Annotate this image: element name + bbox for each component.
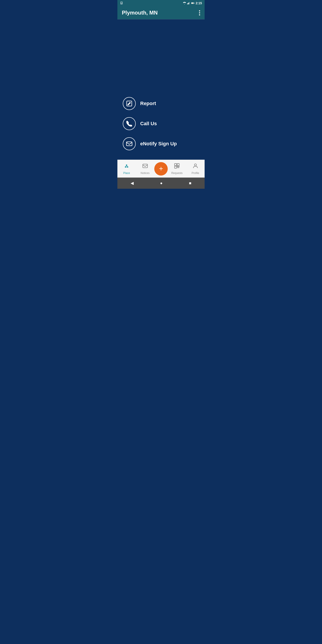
svg-rect-3 [121,3,122,4]
report-label: Report [140,100,156,106]
svg-rect-1 [121,3,122,3]
call-us-label: Call Us [140,121,157,126]
page-title: Plymouth, MN [122,10,158,16]
notices-icon [142,163,148,170]
svg-rect-25 [177,166,179,167]
app-bar: Plymouth, MN [118,6,204,19]
nav-item-requests[interactable]: Requests [168,161,186,176]
notices-nav-label: Notices [141,172,150,175]
email-icon [126,140,132,147]
nav-item-place[interactable]: Place [118,161,136,176]
status-bar-left [120,2,123,5]
svg-rect-14 [126,142,132,146]
svg-rect-2 [122,3,122,3]
svg-rect-6 [188,3,188,4]
svg-rect-0 [120,2,122,4]
recent-button[interactable]: ■ [189,181,192,186]
svg-rect-4 [122,3,122,4]
nav-item-profile[interactable]: Profile [186,161,205,176]
svg-rect-7 [188,2,189,4]
call-icon-circle [123,117,136,130]
call-us-action-item[interactable]: Call Us [123,114,199,134]
battery-icon: ⚡ [191,2,195,4]
svg-rect-22 [175,164,177,166]
enotify-action-item[interactable]: eNotify Sign Up [123,134,199,154]
more-options-button[interactable] [199,10,200,16]
profile-nav-label: Profile [192,172,199,175]
svg-rect-5 [187,4,188,4]
svg-rect-23 [177,164,179,166]
home-button[interactable]: ● [160,181,162,186]
report-icon-circle [123,97,136,110]
enotify-label: eNotify Sign Up [140,141,177,147]
add-icon: + [159,165,163,172]
phone-icon [126,120,132,127]
place-nav-label: Place [123,172,130,175]
system-nav-bar: ◀ ● ■ [118,178,204,189]
svg-rect-24 [175,166,177,168]
bottom-navigation: Place Notices + Requests [118,160,204,178]
svg-rect-10 [194,3,194,3]
profile-icon [192,163,198,170]
requests-icon [174,163,180,170]
svg-rect-8 [189,2,190,4]
signal-icon [187,2,190,4]
place-icon [124,163,130,170]
wifi-icon [183,2,186,4]
action-items-container: Report Call Us eNotify Sign Up [118,94,204,158]
svg-rect-21 [143,164,147,168]
sim-icon [120,2,123,5]
svg-point-27 [194,164,196,166]
requests-nav-label: Requests [171,172,183,175]
email-icon-circle [123,137,136,150]
add-button[interactable]: + [154,162,168,176]
back-button[interactable]: ◀ [130,181,134,186]
status-bar: ⚡ 2:15 [118,0,204,6]
app-bar-divider [118,19,204,20]
status-time: 2:15 [196,1,202,5]
nav-item-notices[interactable]: Notices [136,161,154,176]
edit-icon [126,100,132,107]
status-bar-right: ⚡ 2:15 [183,1,202,5]
report-action-item[interactable]: Report [123,94,199,114]
